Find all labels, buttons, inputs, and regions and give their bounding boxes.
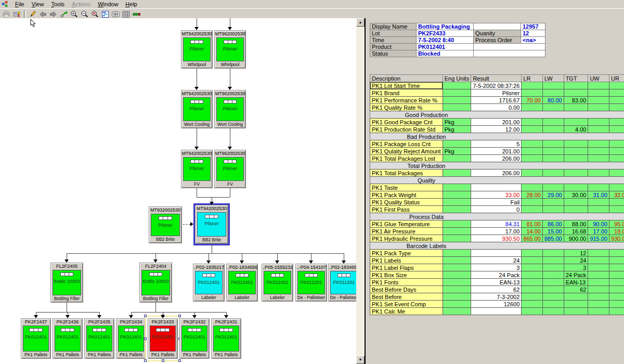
grid-cell-result[interactable]: 3 (471, 264, 522, 271)
grid-cell[interactable] (609, 126, 624, 133)
grid-cell[interactable] (564, 293, 588, 301)
grid-cell-result[interactable]: 12600 (471, 301, 522, 308)
grid-cell-result[interactable] (471, 184, 522, 191)
grid-cell[interactable] (522, 140, 543, 148)
grid-cell[interactable] (522, 184, 543, 191)
grid-cell-eng-units[interactable] (443, 155, 471, 162)
grid-cell-description[interactable]: PK1 Brand (370, 89, 443, 97)
grid-cell[interactable]: 31.00 (588, 191, 609, 199)
grid-cell[interactable] (542, 119, 564, 126)
grid-cell[interactable] (609, 271, 624, 279)
diagram-node-pk2f2436[interactable]: PK2F2436PK012401PK1 Pallets (53, 318, 83, 359)
grid-cell-description[interactable]: PK1 Label Flaps (370, 264, 443, 271)
grid-cell[interactable] (609, 257, 624, 264)
grid-cell[interactable]: 29.00 (542, 191, 564, 199)
selection-handle[interactable] (144, 337, 147, 340)
grid-cell-eng-units[interactable] (443, 279, 471, 286)
grid-cell[interactable] (588, 148, 609, 155)
grid-cell[interactable]: 14.00 (522, 228, 543, 235)
grid-cell[interactable]: 15.00 (542, 228, 564, 235)
grid-cell-eng-units[interactable] (443, 301, 471, 308)
grid-cell[interactable] (609, 97, 624, 104)
grid-cell[interactable] (522, 148, 543, 155)
scroll-up-button[interactable]: ▲ (356, 18, 365, 27)
grid-cell[interactable] (609, 264, 624, 271)
grid-cell-result[interactable]: 12.00 (471, 126, 522, 133)
grid-cell-result[interactable] (471, 250, 522, 257)
grid-cell-result[interactable]: 201.00 (471, 119, 522, 126)
grid-cell[interactable] (609, 301, 624, 308)
menu-item-window[interactable]: Window (94, 1, 122, 8)
grid-cell[interactable] (564, 155, 588, 162)
grid-cell[interactable] (542, 148, 564, 155)
grid-cell-description[interactable]: PK1 Fonts (370, 279, 443, 286)
grid-cell[interactable] (588, 257, 609, 264)
grid-cell[interactable] (564, 104, 588, 111)
grid-cell[interactable] (588, 279, 609, 286)
grid-cell-eng-units[interactable] (443, 250, 471, 257)
grid-cell[interactable]: 90.00 (588, 220, 609, 228)
grid-cell[interactable] (564, 199, 588, 206)
grid-column-header[interactable]: Description (370, 75, 443, 82)
grid-cell[interactable] (609, 286, 624, 293)
grid-cell[interactable] (522, 170, 543, 177)
grid-cell[interactable] (588, 82, 609, 89)
user-permissions-button[interactable] (12, 10, 22, 19)
grid-cell[interactable] (609, 104, 624, 111)
gantt-chart-button[interactable] (100, 10, 110, 19)
grid-cell[interactable] (522, 89, 543, 97)
grid-cell[interactable] (588, 308, 609, 315)
grid-cell[interactable] (588, 301, 609, 308)
selection-handle[interactable] (162, 359, 164, 362)
menu-item-help[interactable]: Help (122, 1, 141, 8)
grid-cell[interactable] (522, 250, 543, 257)
grid-cell[interactable]: 12 (564, 250, 588, 257)
grid-cell[interactable]: 30.00 (564, 191, 588, 199)
grid-cell[interactable] (609, 279, 624, 286)
grid-cell-description[interactable]: PK1 Qulaity Reject Amount (370, 148, 443, 155)
grid-cell[interactable] (542, 104, 564, 111)
grid-cell[interactable] (609, 89, 624, 97)
grid-cell-eng-units[interactable] (443, 184, 471, 191)
grid-cell[interactable] (564, 308, 588, 315)
grid-cell[interactable] (522, 206, 543, 213)
grid-cell[interactable] (542, 155, 564, 162)
selection-handle[interactable] (144, 359, 147, 362)
printer-button[interactable] (2, 10, 11, 19)
grid-cell[interactable] (542, 264, 564, 271)
drill-down-button[interactable] (59, 10, 69, 19)
grid-cell-eng-units[interactable] (443, 170, 471, 177)
diagram-node-mt942002530[interactable]: MT942002530PilsnerWort Cooling (181, 90, 213, 128)
diagram-node-mt932002530[interactable]: MT932002530PilsnerBB2 Brite (149, 206, 182, 243)
grid-cell-eng-units[interactable] (443, 308, 471, 315)
grid-cell[interactable] (564, 301, 588, 308)
grid-cell[interactable] (522, 199, 543, 206)
grid-cell[interactable] (609, 148, 624, 155)
grid-cell[interactable] (522, 126, 543, 133)
grid-cell[interactable] (522, 264, 543, 271)
grid-cell-result[interactable]: EAN-13 (471, 279, 522, 286)
grid-cell-result[interactable]: 0.00 (471, 104, 522, 111)
grid-cell[interactable] (564, 170, 588, 177)
grid-cell-description[interactable]: PK1 First Pass (370, 206, 443, 213)
diagram-node-pk2f2431[interactable]: PK2F2431PK012401PK1 Pallets (211, 318, 241, 359)
grid-cell-eng-units[interactable] (443, 140, 471, 148)
grid-cell[interactable] (564, 119, 588, 126)
grid-cell[interactable]: 95.00 (609, 220, 624, 228)
grid-cell-result[interactable]: 5 (471, 140, 522, 148)
grid-cell-description[interactable]: PK1 Total Packages (370, 170, 443, 177)
diagram-node-fl2f2404[interactable]: FL2F2404Bottle 10003Bottling Filler (139, 263, 172, 303)
grid-cell[interactable]: 24 Pack (564, 271, 588, 279)
grid-cell[interactable] (609, 82, 624, 89)
grid-cell-description[interactable]: PK1 Box Size (370, 271, 443, 279)
grid-cell-description[interactable]: PK1 Performance Rate % (370, 97, 443, 104)
diagram-node-mt962002530[interactable]: MT962002530PilsnerWort Cooling (214, 90, 246, 128)
grid-cell-eng-units[interactable]: Pkg (443, 119, 471, 126)
grid-cell[interactable] (609, 293, 624, 301)
grid-cell-eng-units[interactable]: Pkg (443, 148, 471, 155)
grid-cell-eng-units[interactable] (443, 235, 471, 242)
grid-cell[interactable]: 88.00 (564, 220, 588, 228)
grid-cell[interactable] (522, 82, 543, 89)
grid-cell[interactable] (542, 308, 564, 315)
grid-cell-description[interactable]: PK1 Production Rate Std (370, 126, 443, 133)
